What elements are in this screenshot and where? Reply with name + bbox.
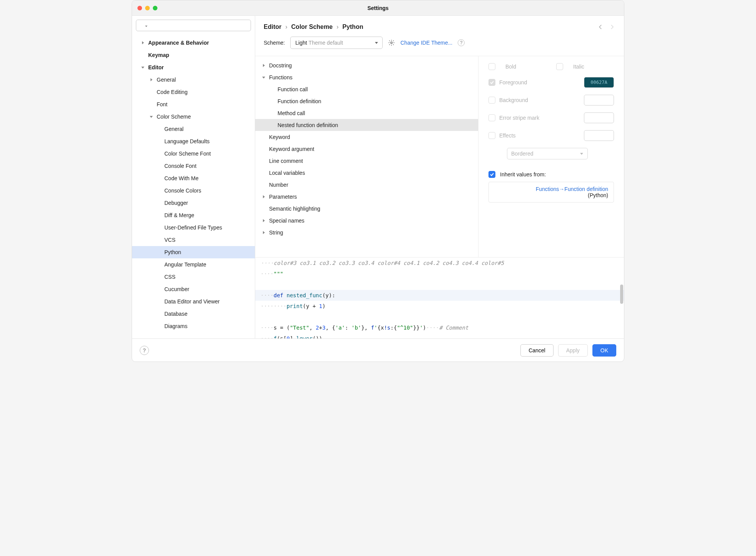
sidebar-item[interactable]: Diff & Merge (132, 209, 255, 221)
sidebar-item[interactable]: Keymap (132, 49, 255, 61)
attribute-item-label: Docstring (269, 62, 292, 69)
chevron-right-icon[interactable] (261, 194, 267, 200)
sidebar-item[interactable]: Language Defaults (132, 135, 255, 147)
breadcrumb-item[interactable]: Editor (264, 23, 281, 30)
attribute-item[interactable]: Method call (255, 107, 478, 119)
sidebar-item[interactable]: Color Scheme (132, 111, 255, 123)
italic-checkbox (556, 63, 563, 70)
help-icon[interactable]: ? (458, 39, 465, 46)
attribute-item[interactable]: Parameters (255, 191, 478, 203)
chevron-down-icon[interactable] (148, 114, 154, 120)
sidebar-item[interactable]: Code Editing (132, 86, 255, 98)
attribute-item[interactable]: String (255, 226, 478, 238)
sidebar-item[interactable]: General (132, 123, 255, 135)
sidebar-item-label: General (164, 126, 184, 132)
window-title: Settings (132, 5, 624, 11)
search-input[interactable] (136, 20, 251, 31)
gear-icon[interactable] (388, 39, 395, 46)
attribute-item-label: Functions (269, 74, 293, 80)
background-swatch (584, 95, 614, 106)
svg-point-2 (391, 42, 393, 44)
sidebar-item[interactable]: Code With Me (132, 172, 255, 184)
sidebar-item[interactable]: Color Scheme Font (132, 147, 255, 160)
chevron-right-icon[interactable] (148, 77, 154, 83)
sidebar-item[interactable]: Data Editor and Viewer (132, 295, 255, 308)
sidebar-item-label: Diff & Merge (164, 212, 194, 218)
attribute-item[interactable]: Number (255, 179, 478, 191)
forward-icon (609, 23, 616, 30)
chevron-down-icon[interactable] (140, 64, 146, 70)
inherit-source-lang: (Python) (494, 192, 608, 198)
inherit-checkbox[interactable] (488, 171, 495, 178)
attribute-item-label: Keyword argument (269, 146, 314, 152)
back-icon[interactable] (597, 23, 604, 30)
sidebar-item-label: Cucumber (164, 286, 189, 292)
search-container (136, 20, 251, 31)
sidebar-item[interactable]: Debugger (132, 197, 255, 209)
error-stripe-swatch (584, 112, 614, 123)
sidebar-item-label: Angular Template (164, 261, 206, 268)
bold-label: Bold (505, 64, 546, 70)
attribute-item[interactable]: Docstring (255, 59, 478, 71)
sidebar-item[interactable]: Appearance & Behavior (132, 37, 255, 49)
change-theme-link[interactable]: Change IDE Theme... (400, 40, 452, 46)
inherit-source-link[interactable]: Functions→Function definition (494, 186, 608, 192)
attribute-item-label: Method call (278, 110, 305, 116)
chevron-right-icon[interactable] (261, 229, 267, 236)
attribute-item-label: String (269, 229, 283, 236)
sidebar-item[interactable]: User-Defined File Types (132, 221, 255, 234)
background-label: Background (499, 97, 580, 103)
attribute-item[interactable]: Function call (255, 83, 478, 95)
content: Editor › Color Scheme › Python Scheme: L… (255, 16, 624, 338)
chevron-right-icon[interactable] (140, 40, 146, 46)
attribute-item[interactable]: Keyword argument (255, 143, 478, 155)
attribute-item[interactable]: Keyword (255, 131, 478, 143)
bold-checkbox (488, 63, 495, 70)
breadcrumb-item[interactable]: Python (342, 23, 363, 30)
sidebar-item[interactable]: CSS (132, 271, 255, 283)
attribute-item-label: Number (269, 182, 288, 188)
chevron-down-icon[interactable] (261, 74, 267, 80)
attribute-item-label: Special names (269, 218, 304, 224)
sidebar-item[interactable]: Database (132, 308, 255, 320)
sidebar-item[interactable]: Console Colors (132, 184, 255, 197)
sidebar-item[interactable]: Console Font (132, 160, 255, 172)
sidebar-item[interactable]: VCS (132, 234, 255, 246)
sidebar-item[interactable]: Diagrams (132, 320, 255, 332)
help-button[interactable]: ? (140, 346, 149, 355)
config-panel: Bold Italic Foreground 00627A Backgroun (478, 56, 624, 257)
chevron-right-icon[interactable] (261, 62, 267, 69)
attributes-tree: DocstringFunctionsFunction callFunction … (255, 56, 478, 257)
attribute-item[interactable]: Nested function definition (255, 119, 478, 131)
search-dropdown-icon[interactable] (145, 25, 147, 27)
attribute-item[interactable]: Local variables (255, 167, 478, 179)
settings-tree: Appearance & BehaviorKeymapEditorGeneral… (132, 35, 255, 338)
code-preview: ····color#3 co3.1 co3.2 co3.3 co3.4 colo… (255, 258, 624, 338)
attribute-item[interactable]: Line comment (255, 155, 478, 167)
scheme-select[interactable]: Light Theme default (290, 37, 383, 49)
scheme-label: Scheme: (264, 40, 285, 46)
attribute-item[interactable]: Special names (255, 214, 478, 226)
chevron-right-icon[interactable] (261, 218, 267, 224)
attribute-item-label: Line comment (269, 158, 303, 164)
sidebar-item[interactable]: Font (132, 98, 255, 111)
attribute-item[interactable]: Functions (255, 71, 478, 83)
sidebar-item-label: CSS (164, 274, 176, 280)
attribute-item[interactable]: Semantic highlighting (255, 203, 478, 214)
sidebar-item[interactable]: General (132, 74, 255, 86)
cancel-button[interactable]: Cancel (520, 344, 554, 357)
attribute-item[interactable]: Function definition (255, 95, 478, 107)
attribute-item-label: Function call (278, 86, 308, 92)
sidebar-item-label: Language Defaults (164, 138, 210, 144)
foreground-swatch: 00627A (584, 77, 614, 88)
sidebar-item[interactable]: Python (132, 246, 255, 258)
sidebar-item-label: Code With Me (164, 175, 199, 181)
content-header: Editor › Color Scheme › Python (255, 16, 624, 35)
effects-swatch (584, 130, 614, 141)
sidebar-item[interactable]: Editor (132, 61, 255, 74)
ok-button[interactable]: OK (592, 344, 616, 357)
sidebar-item[interactable]: Angular Template (132, 258, 255, 271)
breadcrumb-item[interactable]: Color Scheme (291, 23, 333, 30)
scrollbar-thumb[interactable] (620, 285, 623, 304)
sidebar-item[interactable]: Cucumber (132, 283, 255, 295)
